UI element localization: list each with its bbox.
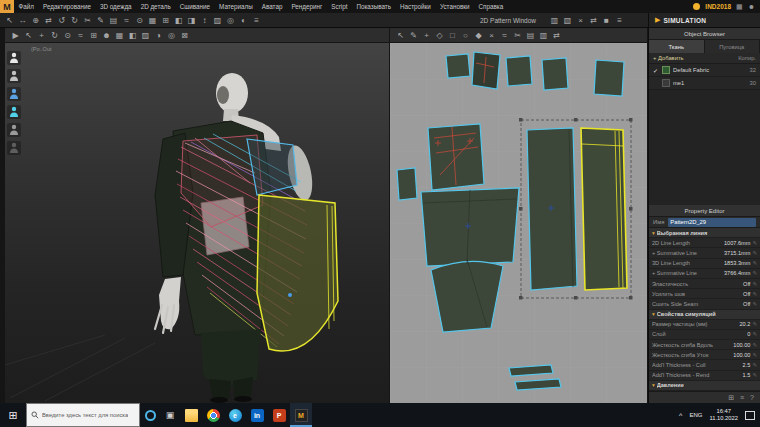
menu-item[interactable]: Редактирование [38,0,95,13]
undo-icon[interactable]: ↺ [55,13,68,28]
polygon-tool-icon[interactable]: ◇ [433,28,446,43]
menu-item[interactable]: Настройки [396,0,436,13]
pattern-piece-sleeve[interactable] [431,261,503,332]
sync-icon[interactable]: ⇄ [550,28,563,43]
property-value[interactable]: 2.5 [743,362,751,368]
menu-item[interactable]: Рендеринг [287,0,327,13]
sew-3d-icon[interactable]: ≈ [74,28,87,43]
linkedin-icon[interactable]: in [246,403,268,427]
pin-3d-icon[interactable]: ⊙ [61,28,74,43]
rotate-gizmo-icon[interactable]: ↻ [48,28,61,43]
simulate-icon[interactable]: ▶ [9,28,22,43]
file-explorer-icon[interactable] [180,403,202,427]
property-value[interactable]: 1853.3mm [724,260,750,266]
property-row[interactable]: ▾ Жесткость сгиба Уток 100.00 ✎ [649,350,760,360]
cut-sew-icon[interactable]: ✂ [511,28,524,43]
edit-pencil-icon[interactable]: ✎ [752,301,757,307]
cortana-icon[interactable] [140,403,160,427]
fullscreen-icon[interactable]: ⊠ [178,28,191,43]
object-browser-tab[interactable]: Пуговица [705,40,760,53]
property-row[interactable]: ▾ Выбранная линия ✎ [649,228,760,238]
notification-badge-icon[interactable] [693,3,700,10]
render-icon[interactable]: ◎ [224,13,237,28]
menu-item[interactable]: Файл [14,0,38,13]
menu-item[interactable]: Аватар [257,0,287,13]
property-value[interactable]: 20.2 [740,321,751,327]
property-row[interactable]: ▾ Эластичность Off ✎ [649,279,760,289]
options-icon[interactable]: ≡ [613,13,626,28]
property-value[interactable]: 100.00 [733,352,750,358]
redo-icon[interactable]: ↻ [68,13,81,28]
edit-pencil-icon[interactable]: ✎ [752,281,757,287]
scissors-icon[interactable]: ✂ [81,13,94,28]
edge-icon[interactable]: e [224,403,246,427]
menu-item[interactable]: Script [327,0,352,13]
select-2d-icon[interactable]: ↖ [394,28,407,43]
measure-icon[interactable]: ↕ [198,13,211,28]
edit-pencil-icon[interactable]: ✎ [752,372,757,378]
menu-item[interactable]: Установки [435,0,474,13]
language-indicator[interactable]: ENG [689,412,702,418]
edit-pattern-icon[interactable]: ✎ [94,13,107,28]
task-view-icon[interactable]: ▣ [160,403,180,427]
capture-icon[interactable]: ▦ [736,0,743,13]
menu-item[interactable]: 3D одежда [95,0,136,13]
property-row[interactable]: ▾ Усилить шов Off ✎ [649,289,760,299]
taskbar-clock[interactable]: 16:47 11.10.2022 [709,408,738,422]
edit-pencil-icon[interactable]: ✎ [752,291,757,297]
edit-pencil-icon[interactable]: ✎ [752,352,757,358]
pin-tool-icon[interactable]: ⊙ [133,13,146,28]
property-row[interactable]: ▾ Слой 0 ✎ [649,330,760,340]
pan-tool-icon[interactable]: ⇄ [42,13,55,28]
menu-item[interactable]: Показывать [352,0,396,13]
show-pose-icon[interactable] [7,123,21,137]
powerpoint-icon[interactable]: P [268,403,290,427]
menu-item[interactable]: Сшивание [175,0,214,13]
edit-curve-icon[interactable]: ✎ [407,28,420,43]
transform-tool-icon[interactable]: ↔ [16,13,29,28]
surface-icon[interactable]: ◧ [126,28,139,43]
marvelous-designer-icon[interactable]: M [290,403,312,427]
fabric-item[interactable]: me1 30 [649,77,760,90]
wireframe-icon[interactable]: ▦ [113,28,126,43]
lock-icon[interactable]: ■ [600,13,613,28]
add-point-icon[interactable]: + [420,28,433,43]
dart-tool-icon[interactable]: ◆ [472,28,485,43]
app-logo[interactable]: M [0,0,14,13]
user-account-icon[interactable]: ☻ [748,0,755,13]
camera-reset-icon[interactable]: ◎ [165,28,178,43]
pattern-piece-small-5[interactable] [594,60,624,96]
property-value[interactable]: Off [743,291,750,297]
texture-3d-icon[interactable]: ▨ [139,28,152,43]
property-value[interactable]: 1.5 [743,372,751,378]
flip-icon[interactable]: ◨ [185,13,198,28]
show-grain-icon[interactable]: ▥ [548,13,561,28]
pattern-piece-tab[interactable] [397,168,417,200]
avatar-display-icon[interactable]: ☻ [100,28,113,43]
property-value[interactable]: 3766.4mm [724,270,750,276]
taskbar-search[interactable]: Введите здесь текст для поиска [26,403,140,427]
property-value[interactable]: 0 [747,331,750,337]
property-value[interactable]: Off [743,301,750,307]
menu-item[interactable]: Справка [474,0,508,13]
select-tool-icon[interactable]: ↖ [3,13,16,28]
chrome-icon[interactable] [202,403,224,427]
show-stitch-icon[interactable] [7,105,21,119]
property-value[interactable]: 1007.6mm [724,240,750,246]
action-center-icon[interactable] [745,411,755,420]
viewport-3d-canvas[interactable]: (Po..Out [5,43,389,403]
edit-pencil-icon[interactable]: ✎ [752,250,757,256]
property-row[interactable]: ▾ 2D Line Length 1007.6mm ✎ [649,238,760,248]
property-row[interactable]: ▾ Сшить Side Seam Off ✎ [649,299,760,309]
edit-pencil-icon[interactable]: ✎ [752,240,757,246]
property-value[interactable]: Off [743,281,750,287]
layers-icon[interactable]: ◧ [172,13,185,28]
object-browser-tab[interactable]: Ткань [649,40,705,53]
show-avatar-icon[interactable] [7,51,21,65]
grid-icon[interactable]: ⊞ [159,13,172,28]
pattern-name-value[interactable]: Pattern2D_29 [668,218,756,227]
pattern-piece-front-selected[interactable] [581,128,627,290]
fabric-swatch[interactable] [662,66,670,74]
property-row[interactable]: ▾ + Summative Line 3766.4mm ✎ [649,269,760,279]
property-row[interactable]: ▾ Свойства симуляций ✎ [649,310,760,320]
